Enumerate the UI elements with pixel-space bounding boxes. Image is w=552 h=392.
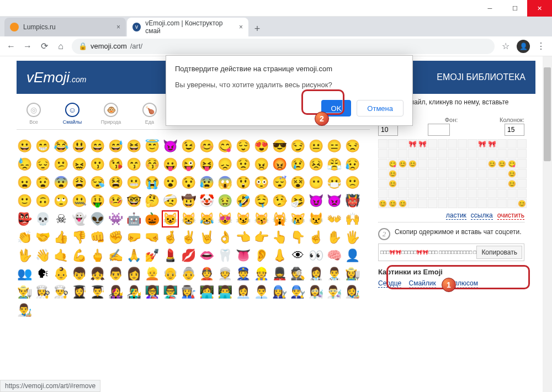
canvas-cell[interactable]: [497, 179, 507, 188]
emoji-item[interactable]: 😷: [326, 174, 342, 190]
new-tab-button[interactable]: +: [250, 21, 265, 36]
emoji-item[interactable]: 👷: [253, 266, 269, 282]
emoji-item[interactable]: 🤑: [89, 193, 105, 209]
emoji-canvas[interactable]: 🎀🎀🎀🎀😋😊😊😊😊😋😊😊😊😊😊😊😊😊: [378, 139, 524, 208]
emoji-item[interactable]: 😡: [272, 156, 288, 172]
canvas-cell[interactable]: [398, 179, 407, 188]
canvas-cell[interactable]: [477, 179, 487, 188]
canvas-cell[interactable]: 🎀: [418, 139, 427, 149]
canvas-cell[interactable]: [418, 149, 427, 158]
canvas-cell[interactable]: [458, 179, 467, 188]
canvas-cell[interactable]: [398, 189, 407, 198]
tab-lumpics[interactable]: Lumpics.ru ×: [4, 18, 126, 36]
canvas-cell[interactable]: [388, 189, 397, 198]
emoji-item[interactable]: 💀: [35, 211, 51, 227]
canvas-cell[interactable]: [438, 179, 447, 188]
emoji-item[interactable]: 😖: [71, 156, 87, 172]
emoji-item[interactable]: 😚: [144, 156, 160, 172]
emoji-item[interactable]: 👨‍🎤: [126, 284, 142, 300]
emoji-item[interactable]: 👩‍🏭: [181, 284, 197, 300]
emoji-item[interactable]: 👨‍🎨: [17, 302, 33, 318]
emoji-item[interactable]: 👴: [162, 266, 178, 282]
emoji-item[interactable]: 👩: [126, 266, 142, 282]
canvas-cell[interactable]: 😊: [388, 169, 397, 178]
canvas-cell[interactable]: [497, 169, 507, 178]
canvas-cell[interactable]: [487, 169, 497, 178]
canvas-cell[interactable]: [398, 149, 407, 158]
canvas-cell[interactable]: 🎀: [477, 139, 487, 149]
canvas-cell[interactable]: [438, 169, 447, 178]
emoji-item[interactable]: 😳: [253, 174, 269, 190]
emoji-item[interactable]: 👂: [253, 247, 269, 263]
canvas-cell[interactable]: [388, 149, 397, 158]
emoji-item[interactable]: 🖖: [17, 247, 33, 263]
emoji-item[interactable]: 😐: [308, 138, 324, 154]
bookmark-star-icon[interactable]: ☆: [500, 41, 511, 52]
canvas-cell[interactable]: [458, 189, 467, 198]
emoji-item[interactable]: 👄: [199, 247, 215, 263]
emoji-item[interactable]: 🤔: [144, 193, 160, 209]
emoji-item[interactable]: 😀: [17, 138, 33, 154]
emoji-item[interactable]: 😲: [235, 174, 251, 190]
emoji-item[interactable]: 💪: [71, 247, 87, 263]
canvas-cell[interactable]: [428, 149, 437, 158]
window-maximize[interactable]: ☐: [502, 0, 527, 17]
emoji-item[interactable]: 🤠: [181, 193, 197, 209]
profile-avatar[interactable]: 👤: [517, 40, 530, 53]
canvas-cell[interactable]: [418, 159, 427, 168]
canvas-cell[interactable]: [477, 199, 487, 208]
category-Природа[interactable]: 🐵Природа: [96, 103, 126, 125]
canvas-cell[interactable]: 😊: [398, 159, 407, 168]
canvas-cell[interactable]: [448, 179, 457, 188]
canvas-cell[interactable]: [477, 149, 487, 158]
emoji-item[interactable]: ✍: [108, 247, 124, 263]
emoji-item[interactable]: 😊: [199, 138, 215, 154]
canvas-cell[interactable]: [428, 169, 437, 178]
scrollbar-thumb[interactable]: [544, 67, 551, 161]
canvas-cell[interactable]: [408, 149, 417, 158]
emoji-item[interactable]: 🤝: [35, 229, 51, 245]
home-button[interactable]: ⌂: [55, 41, 66, 52]
emoji-item[interactable]: 😽: [253, 211, 269, 227]
emoji-item[interactable]: 🎃: [144, 211, 160, 227]
canvas-cell[interactable]: [378, 149, 388, 158]
emoji-item[interactable]: 😘: [108, 156, 124, 172]
canvas-cell[interactable]: [428, 189, 437, 198]
emoji-item[interactable]: 👩‍🎤: [108, 284, 124, 300]
canvas-cell[interactable]: [388, 139, 397, 149]
canvas-cell[interactable]: 😊: [507, 169, 517, 178]
emoji-item[interactable]: 😏: [290, 138, 306, 154]
emoji-item[interactable]: 😋: [217, 138, 233, 154]
canvas-cell[interactable]: [448, 169, 457, 178]
emoji-item[interactable]: 👎: [71, 229, 87, 245]
emoji-item[interactable]: 👈: [235, 229, 251, 245]
canvas-cell[interactable]: [477, 169, 487, 178]
canvas-cell[interactable]: [497, 139, 507, 149]
emoji-item[interactable]: 😛: [162, 156, 178, 172]
emoji-item[interactable]: 👨‍🍳: [53, 284, 69, 300]
canvas-cell[interactable]: [507, 139, 517, 149]
emoji-item[interactable]: 😑: [326, 138, 342, 154]
emoji-item[interactable]: 😶: [308, 174, 324, 190]
emoji-item[interactable]: 👨‍💼: [253, 284, 269, 300]
canvas-cell[interactable]: [408, 169, 417, 178]
canvas-cell[interactable]: [398, 139, 407, 149]
canvas-cell[interactable]: [468, 159, 477, 168]
emoji-item[interactable]: 👋: [35, 247, 51, 263]
emoji-item[interactable]: 😇: [144, 138, 160, 154]
emoji-item[interactable]: ✋: [326, 229, 342, 245]
emoji-item[interactable]: ✊: [108, 229, 124, 245]
emoji-item[interactable]: 👮: [235, 266, 251, 282]
emoji-item[interactable]: 😂: [53, 138, 69, 154]
emoji-item[interactable]: 🤖: [126, 211, 142, 227]
cols-input[interactable]: [505, 124, 524, 136]
canvas-cell[interactable]: 🎀: [408, 139, 417, 149]
canvas-cell[interactable]: [428, 199, 437, 208]
emoji-item[interactable]: 😈: [162, 138, 178, 154]
canvas-cell[interactable]: [448, 159, 457, 168]
canvas-cell[interactable]: [458, 159, 467, 168]
emoji-item[interactable]: 👾: [108, 211, 124, 227]
emoji-item[interactable]: 👳: [217, 266, 233, 282]
canvas-cell[interactable]: [517, 139, 527, 149]
emoji-item[interactable]: 👲: [199, 266, 215, 282]
